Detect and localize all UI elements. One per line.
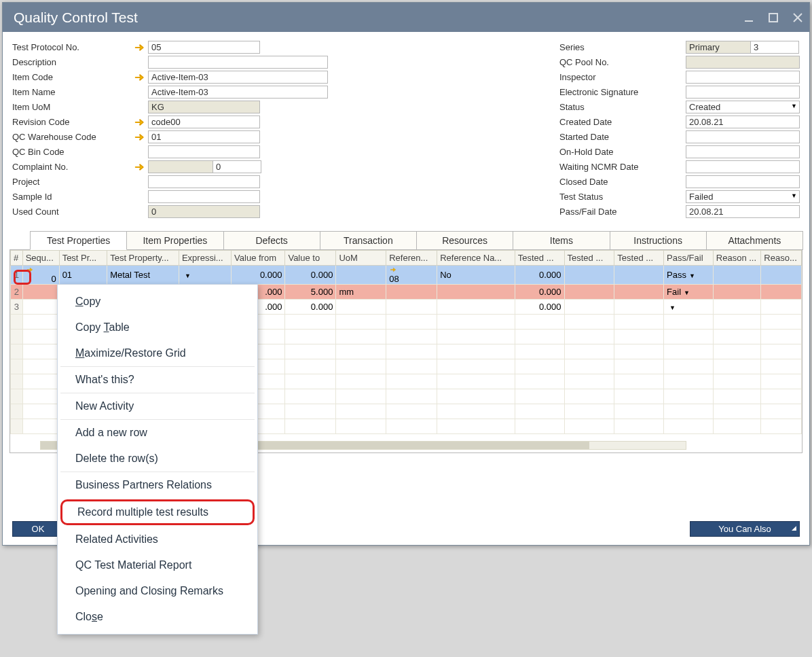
form-row: Item Name bbox=[12, 85, 328, 99]
link-arrow-icon[interactable] bbox=[133, 43, 148, 52]
closed-date-input[interactable] bbox=[686, 175, 800, 188]
grid-header[interactable]: Sequ... bbox=[22, 251, 59, 266]
menu-item-copy[interactable]: Copy bbox=[58, 289, 257, 315]
field-label: Used Count bbox=[12, 207, 133, 217]
sample-id-input[interactable] bbox=[148, 190, 260, 203]
form-row: QC Pool No. bbox=[559, 55, 800, 69]
esignature-input[interactable] bbox=[686, 86, 800, 99]
field-label: QC Pool No. bbox=[559, 57, 686, 67]
grid-header[interactable]: UoM bbox=[336, 251, 386, 266]
revision-code-input[interactable] bbox=[148, 116, 260, 128]
form-row: Closed Date bbox=[559, 175, 800, 189]
menu-item-related-activities[interactable]: Related Activities bbox=[58, 527, 257, 552]
form-row: Test Status bbox=[559, 190, 800, 204]
menu-item-maximize-restore-grid[interactable]: Maximize/Restore Grid bbox=[58, 340, 257, 366]
grid-header[interactable]: # bbox=[11, 251, 23, 266]
tab-attachments[interactable]: Attachments bbox=[706, 231, 803, 250]
series-no-input[interactable] bbox=[750, 41, 799, 54]
link-arrow-icon[interactable] bbox=[133, 132, 148, 142]
inspector-input[interactable] bbox=[686, 71, 800, 84]
form-row: On-Hold Date bbox=[559, 145, 800, 159]
qc-bin-input[interactable] bbox=[148, 145, 260, 158]
started-date-input[interactable] bbox=[686, 130, 800, 143]
form-row: Waiting NCMR Date bbox=[559, 160, 800, 174]
menu-item-record-multiple-test-results[interactable]: Record multiple test results bbox=[60, 499, 255, 525]
used-count-input bbox=[148, 205, 260, 218]
tab-resources[interactable]: Resources bbox=[416, 231, 513, 250]
menu-item-business-partners-relations[interactable]: Business Partners Relations bbox=[58, 472, 257, 498]
item-code-input[interactable] bbox=[148, 71, 328, 84]
grid-header[interactable]: Test Pr... bbox=[59, 251, 107, 266]
link-arrow-icon[interactable] bbox=[389, 266, 434, 274]
menu-item-opening-and-closing-remarks[interactable]: Opening and Closing Remarks bbox=[58, 578, 257, 604]
link-arrow-icon[interactable] bbox=[133, 162, 148, 172]
grid-header[interactable]: Pass/Fail bbox=[664, 251, 714, 266]
minimize-button[interactable] bbox=[743, 12, 755, 24]
item-name-input[interactable] bbox=[148, 86, 328, 99]
menu-item-delete-the-row-s-[interactable]: Delete the row(s) bbox=[58, 446, 257, 472]
test-status-dropdown[interactable] bbox=[686, 190, 800, 203]
form-row: Used Count bbox=[12, 205, 328, 219]
form-row: Sample Id bbox=[12, 190, 328, 204]
tab-transaction[interactable]: Transaction bbox=[320, 231, 417, 250]
grid-header[interactable]: Value to bbox=[285, 251, 336, 266]
complaint-no-input[interactable] bbox=[213, 160, 261, 173]
grid-header[interactable]: Reference Na... bbox=[437, 251, 515, 266]
tab-test-properties[interactable]: Test Properties bbox=[30, 231, 127, 250]
grid-header[interactable]: Test Property... bbox=[107, 251, 179, 266]
link-arrow-icon[interactable] bbox=[26, 266, 56, 274]
grid-header[interactable]: Referen... bbox=[386, 251, 437, 266]
created-date-input[interactable] bbox=[686, 116, 800, 128]
grid-header[interactable]: Tested ... bbox=[515, 251, 564, 266]
ncmr-date-input[interactable] bbox=[686, 160, 800, 173]
svg-rect-1 bbox=[769, 14, 777, 22]
grid-header[interactable]: Tested ... bbox=[564, 251, 614, 266]
field-label: Test Status bbox=[559, 192, 686, 202]
grid-header[interactable]: Reaso... bbox=[761, 251, 802, 266]
menu-item-close[interactable]: Close bbox=[58, 604, 257, 630]
field-label: Test Protocol No. bbox=[12, 42, 133, 52]
qc-warehouse-input[interactable] bbox=[148, 130, 260, 143]
link-arrow-icon[interactable] bbox=[133, 118, 148, 127]
table-row[interactable]: 1001Metal Test▼0.0000.00008No0.000Pass▼ bbox=[11, 266, 802, 285]
status-dropdown[interactable] bbox=[686, 101, 800, 113]
form-row: Inspector bbox=[559, 70, 800, 84]
form-row: Status bbox=[559, 100, 800, 114]
you-can-also-button[interactable]: You Can Also bbox=[690, 521, 800, 537]
tab-instructions[interactable]: Instructions bbox=[610, 231, 707, 250]
field-label: Item Name bbox=[12, 87, 133, 97]
field-label: Item UoM bbox=[12, 102, 133, 112]
form-row: Item UoM bbox=[12, 100, 328, 114]
complaint-code-input bbox=[148, 160, 213, 173]
series-name-input bbox=[686, 41, 751, 54]
maximize-button[interactable] bbox=[767, 12, 779, 24]
tab-defects[interactable]: Defects bbox=[223, 231, 320, 250]
menu-item-new-activity[interactable]: New Activity bbox=[58, 393, 257, 419]
project-input[interactable] bbox=[148, 175, 260, 188]
context-menu: CopyCopy TableMaximize/Restore GridWhat'… bbox=[57, 284, 258, 635]
grid-header[interactable]: Tested ... bbox=[614, 251, 664, 266]
field-label: Project bbox=[12, 177, 133, 187]
pass-fail-date-input[interactable] bbox=[686, 205, 800, 218]
menu-item-qc-test-material-report[interactable]: QC Test Material Report bbox=[58, 552, 257, 578]
link-arrow-icon[interactable] bbox=[133, 73, 148, 82]
grid-header[interactable]: Expressi... bbox=[179, 251, 231, 266]
form-row: Item Code bbox=[12, 70, 328, 84]
menu-item-add-a-new-row[interactable]: Add a new row bbox=[58, 420, 257, 446]
field-label: Status bbox=[559, 102, 686, 112]
test-protocol-no-input[interactable] bbox=[148, 41, 260, 54]
grid-header[interactable]: Reason ... bbox=[713, 251, 761, 266]
close-button[interactable] bbox=[792, 12, 804, 24]
form-row: Pass/Fail Date bbox=[559, 205, 800, 219]
tab-items[interactable]: Items bbox=[513, 231, 610, 250]
ok-button[interactable]: OK bbox=[12, 521, 64, 537]
field-label: On-Hold Date bbox=[559, 147, 686, 157]
menu-item-what-s-this-[interactable]: What's this? bbox=[58, 367, 257, 393]
left-form: Test Protocol No.DescriptionItem CodeIte… bbox=[12, 40, 328, 219]
onhold-date-input[interactable] bbox=[686, 145, 800, 158]
menu-item-copy-table[interactable]: Copy Table bbox=[58, 315, 257, 340]
grid-header[interactable]: Value from bbox=[232, 251, 285, 266]
tab-item-properties[interactable]: Item Properties bbox=[126, 231, 223, 250]
description-input[interactable] bbox=[148, 56, 328, 69]
form-row: QC Warehouse Code bbox=[12, 130, 328, 144]
